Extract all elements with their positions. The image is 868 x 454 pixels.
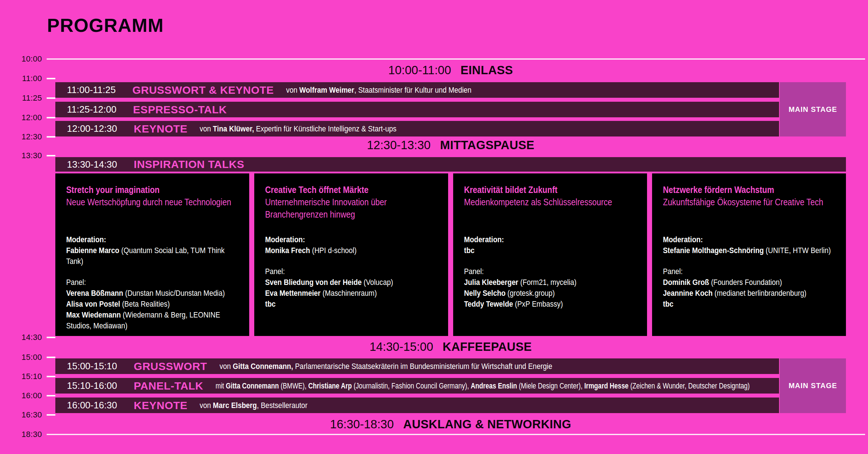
break-time: 16:30-18:30 [330,417,394,431]
session-time: 11:00-11:25 [67,84,116,96]
panel-member: Eva Mettenmeier (Maschinenraum) [265,288,437,299]
session-time: 13:30-14:30 [67,159,117,170]
session-bar-espresso-talk: 11:25-12:00 ESPRESSO-TALK [55,102,779,117]
panel-label: Panel: [663,266,835,277]
panel-label: Panel: [66,277,238,288]
time-tick [47,414,55,416]
session-type: GRUSSWORT & KEYNOTE [132,84,274,96]
session-time: 15:00-15:10 [67,361,117,372]
moderation-label: Moderation: [663,234,835,245]
panel-label: Panel: [464,266,636,277]
time-tick [47,337,55,338]
session-time: 16:00-16:30 [67,400,117,411]
talk-title: Creative Tech öffnet Märkte [265,184,437,196]
time-rail-label: 12:30 [3,132,42,142]
moderation-names: Fabienne Marco (Quantum Social Lab, TUM … [66,245,238,267]
session-desc: von Wolfram Weimer, Staatsminister für K… [286,85,472,95]
time-tick [47,97,55,99]
moderation-label: Moderation: [66,234,238,245]
session-type: KEYNOTE [134,399,188,412]
break-label: EINLASS [460,63,513,77]
panel-member: Nelly Selcho (grotesk.group) [464,288,636,299]
break-time: 10:00-11:00 [388,63,451,77]
session-bar-grusswort-keynote: 11:00-11:25 GRUSSWORT & KEYNOTE von Wolf… [55,82,779,98]
talk-subtitle: Neue Wertschöpfung durch neue Technologi… [66,196,238,208]
panel-member: tbc [663,299,835,310]
stage-block-morning: MAIN STAGE [780,82,846,136]
talk-card-kreativitaet-bildet-zukunft: Kreativität bildet Zukunft Medienkompete… [453,173,647,336]
moderation-names: tbc [464,245,636,256]
moderation-label: Moderation: [464,234,636,245]
time-tick [47,136,55,138]
break-time: 12:30-13:30 [367,138,430,152]
talk-card-netzwerke-foerdern-wachstum: Netzwerke fördern Wachstum Zukunftsfähig… [652,173,846,336]
talk-subtitle: Zukunftsfähige Ökosysteme für Creative T… [663,196,835,208]
session-type: PANEL-TALK [134,380,203,392]
time-rail-label: 11:00 [3,74,42,83]
stage-label: MAIN STAGE [788,382,837,390]
time-tick [47,155,55,156]
break-row-mittagspause: 12:30-13:30MITTAGSPAUSE [55,138,846,152]
moderation-label: Moderation: [265,234,437,245]
session-desc: von Tina Klüwer, Expertin für Künstliche… [200,124,396,134]
stage-label: MAIN STAGE [788,105,837,114]
session-desc: mit Gitta Connemann (BMWE), Christiane A… [216,381,750,391]
break-label: AUSKLANG & NETWORKING [403,417,571,431]
break-row-einlass: 10:00-11:00EINLASS [55,63,846,77]
talk-card-creative-tech: Creative Tech öffnet Märkte Unternehmeri… [254,173,448,336]
session-bar-keynote-kluewer: 12:00-12:30 KEYNOTE von Tina Klüwer, Exp… [55,121,779,136]
time-rail-label: 14:30 [3,333,42,342]
page-title: PROGRAMM [47,14,164,36]
panel-member: tbc [265,299,437,310]
break-row-kaffeepause: 14:30-15:00KAFFEEPAUSE [55,340,846,354]
session-desc: von Marc Elsberg, Bestsellerautor [200,401,307,410]
break-row-ausklang: 16:30-18:30AUSKLANG & NETWORKING [55,417,846,431]
time-tick [47,376,55,377]
time-tick [47,357,55,358]
panel-member: Alisa von Postel (Beta Realities) [66,299,238,310]
time-rail-label: 16:30 [3,410,42,420]
time-rail-label: 16:00 [3,391,42,400]
time-rail-label: 13:30 [3,151,42,160]
moderation-names: Monika Frech (HPI d-school) [265,245,437,256]
panel-label: Panel: [265,266,437,277]
session-type: INSPIRATION TALKS [134,158,244,171]
time-rail-label: 12:00 [3,113,42,122]
time-rail-label: 10:00 [3,54,42,64]
time-tick [47,117,55,118]
talk-title: Stretch your imagination [66,184,238,196]
session-type: GRUSSWORT [134,360,207,373]
session-bar-panel-talk: 15:10-16:00 PANEL-TALK mit Gitta Connema… [55,378,779,394]
session-time: 15:10-16:00 [67,380,117,391]
stage-block-afternoon: MAIN STAGE [780,358,846,413]
session-time: 11:25-12:00 [67,104,116,115]
panel-member: Max Wiedemann (Wiedemann & Berg, LEONINE… [66,310,238,331]
session-type: KEYNOTE [134,123,188,135]
time-rail-label: 15:00 [3,353,42,362]
break-label: KAFFEEPAUSE [443,340,532,353]
panel-member: Teddy Tewelde (PxP Embassy) [464,299,636,310]
talk-subtitle: Unternehmerische Innovation über Branche… [265,196,437,220]
time-tick [47,78,55,79]
talk-card-stretch-your-imagination: Stretch your imagination Neue Wertschöpf… [55,173,249,336]
time-tick [47,395,55,396]
moderation-names: Stefanie Molthagen-Schnöring (UNITE, HTW… [663,245,835,256]
panel-member: Julia Kleeberger (Form21, mycelia) [464,277,636,288]
talk-title: Kreativität bildet Zukunft [464,184,636,196]
break-label: MITTAGSPAUSE [440,138,535,152]
break-time: 14:30-15:00 [370,340,433,353]
panel-member: Sven Bliedung von der Heide (Volucap) [265,277,437,288]
time-tick [47,434,865,435]
session-time: 12:00-12:30 [67,123,117,134]
talk-subtitle: Medienkompetenz als Schlüsselressource [464,196,636,208]
session-bar-keynote-elsberg: 16:00-16:30 KEYNOTE von Marc Elsberg, Be… [55,398,779,413]
time-rail-label: 18:30 [3,430,42,439]
time-tick [47,59,865,60]
session-bar-grusswort-connemann: 15:00-15:10 GRUSSWORT von Gitta Conneman… [55,358,779,374]
panel-member: Dominik Groß (Founders Foundation) [663,277,835,288]
time-rail-label: 15:10 [3,372,42,381]
inspiration-talks-grid: Stretch your imagination Neue Wertschöpf… [55,173,846,336]
talk-title: Netzwerke fördern Wachstum [663,184,835,196]
session-type: ESPRESSO-TALK [133,104,227,116]
time-rail-label: 11:25 [3,93,42,103]
